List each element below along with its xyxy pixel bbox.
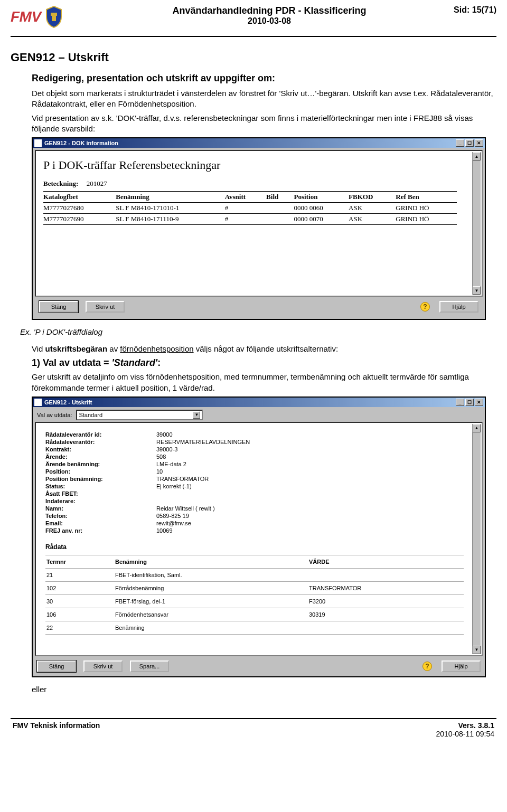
maximize-button[interactable]: ☐ — [465, 399, 474, 406]
info-key: Indaterare: — [45, 498, 156, 504]
table-row: 30FBET-förslag, del-1F3200 — [45, 594, 464, 608]
document-header: FMV Användarhandledning PDR - Klassifice… — [11, 0, 496, 37]
help-button[interactable]: Hjälp — [442, 660, 481, 672]
info-key: Rådataleverantör: — [45, 439, 156, 445]
minimize-button[interactable]: _ — [456, 399, 464, 406]
column-header: Bild — [266, 192, 294, 203]
scrollbar[interactable]: ▲ ▼ — [472, 424, 481, 654]
scroll-up-icon[interactable]: ▲ — [473, 424, 481, 432]
dialog-heading: P i DOK-träffar Referensbeteckningar — [43, 158, 474, 172]
fmv-logo-text: FMV — [11, 8, 41, 25]
column-header: Termnr — [45, 555, 114, 568]
close-button[interactable]: ✕ — [475, 399, 483, 406]
minimize-button[interactable]: _ — [456, 139, 464, 147]
titlebar[interactable]: GEN912 - DOK information _ ☐ ✕ — [33, 138, 485, 148]
window-icon — [34, 399, 42, 406]
results-table: KatalogfbetBenämningAvsnittBildPositionF… — [43, 191, 457, 225]
utdata-value: Standard — [79, 412, 102, 418]
paragraph-standard-desc: Ger utskrift av detaljinfo om viss förnö… — [32, 372, 496, 393]
info-value — [156, 498, 472, 504]
help-button[interactable]: Hjälp — [439, 301, 478, 313]
beteckning-row: Beteckning: 201027 — [43, 180, 474, 188]
info-key: Rådataleverantör id: — [45, 431, 156, 438]
section-heading: GEN912 – Utskrift — [11, 51, 496, 64]
window-icon — [34, 139, 42, 147]
rawdata-table: TermnrBenämningVÄRDE 21FBET-identifikati… — [45, 555, 464, 635]
maximize-button[interactable]: ☐ — [465, 139, 474, 147]
info-key: Namn: — [45, 505, 156, 512]
window-title: GEN912 - Utskrift — [44, 399, 92, 405]
doc-title-line1: Användarhandledning PDR - Klassificering — [116, 5, 422, 16]
utdata-select[interactable]: Standard ▼ — [76, 410, 203, 420]
utdata-select-row: Val av utdata: Standard ▼ — [33, 407, 485, 422]
info-value: 10069 — [156, 527, 472, 534]
subheading: Redigering, presentation och utskrift av… — [32, 73, 496, 84]
info-value: RESERVMATERIELAVDELNINGEN — [156, 439, 472, 445]
eller-text: eller — [32, 685, 496, 694]
titlebar[interactable]: GEN912 - Utskrift _ ☐ ✕ — [33, 398, 485, 407]
info-key: Position: — [45, 468, 156, 475]
info-key: FREJ anv. nr: — [45, 527, 156, 534]
column-header: Avsnitt — [225, 192, 266, 203]
footer-timestamp: 2010-08-11 09:54 — [436, 730, 494, 738]
scroll-down-icon[interactable]: ▼ — [473, 286, 481, 295]
info-key: Status: — [45, 483, 156, 489]
close-button[interactable]: Stäng — [37, 660, 76, 672]
paragraph-1: Det objekt som markerats i strukturträde… — [32, 88, 496, 110]
document-footer: FMV Teknisk information Vers. 3.8.1 2010… — [11, 718, 496, 738]
scroll-down-icon[interactable]: ▼ — [473, 646, 481, 654]
paragraph-utskriftsbegaran: Vid utskriftsbegäran av förnödenhetsposi… — [32, 344, 496, 354]
dialog-dok-information: GEN912 - DOK information _ ☐ ✕ P i DOK-t… — [32, 137, 486, 320]
column-header: VÄRDE — [308, 555, 464, 568]
column-header: Benämning — [116, 192, 224, 203]
save-button[interactable]: Spara... — [130, 660, 169, 672]
info-value: LME-data 2 — [156, 461, 472, 467]
page-number: Sid: 15(71) — [422, 5, 496, 15]
utdata-label: Val av utdata: — [37, 412, 72, 418]
table-row: 102FörrådsbenämningTRANSFORMATOR — [45, 581, 464, 594]
info-grid: Rådataleverantör id:39000Rådataleverantö… — [43, 428, 474, 539]
print-button[interactable]: Skriv ut — [83, 660, 123, 672]
column-header: Benämning — [114, 555, 308, 568]
content-pane: P i DOK-träffar Referensbeteckningar Bet… — [35, 150, 483, 297]
print-button[interactable]: Skriv ut — [86, 301, 125, 313]
info-key: Ärende: — [45, 454, 156, 460]
table-row: M7777027690SL F M8410-171110-9#0000 0070… — [43, 214, 457, 225]
info-key: Åsatt FBET: — [45, 490, 156, 497]
info-value: 39000 — [156, 431, 472, 438]
window-title: GEN912 - DOK information — [44, 140, 118, 146]
help-icon: ? — [422, 662, 432, 671]
dialog-utskrift: GEN912 - Utskrift _ ☐ ✕ Val av utdata: S… — [32, 396, 486, 677]
info-value: TRANSFORMATOR — [156, 476, 472, 482]
column-header: Position — [294, 192, 349, 203]
beteckning-label: Beteckning: — [43, 180, 78, 187]
info-value: rewit@fmv.se — [156, 520, 472, 526]
info-key: Position benämning: — [45, 476, 156, 482]
beteckning-value: 201027 — [87, 180, 107, 187]
close-button[interactable]: Stäng — [39, 301, 78, 313]
column-header: Katalogfbet — [43, 192, 116, 203]
info-value: Ej korrekt (-1) — [156, 483, 472, 489]
figure-caption: Ex. 'P i DOK'-träffdialog — [20, 327, 496, 336]
close-button[interactable]: ✕ — [475, 139, 483, 147]
doc-title: Användarhandledning PDR - Klassificering… — [116, 5, 422, 26]
paragraph-2: Vid presentation av s.k. 'DOK'-träffar, … — [32, 113, 496, 135]
rawdata-heading: Rådata — [43, 539, 474, 554]
help-icon: ? — [420, 302, 430, 311]
button-row: Stäng Skriv ut ? Hjälp — [35, 297, 483, 317]
button-row: Stäng Skriv ut Spara... ? Hjälp — [33, 656, 485, 676]
info-key: Kontrakt: — [45, 446, 156, 452]
opt-ital: 'Standard' — [112, 357, 158, 368]
column-header: FBKOD — [349, 192, 396, 203]
footer-left: FMV Teknisk information — [13, 721, 100, 738]
scrollbar[interactable]: ▲ ▼ — [472, 152, 481, 295]
table-row: 106Förnödenhetsansvar30319 — [45, 608, 464, 621]
scroll-up-icon[interactable]: ▲ — [473, 152, 481, 160]
info-value: 0589-825 19 — [156, 513, 472, 519]
chevron-down-icon: ▼ — [193, 411, 200, 419]
table-row: 22Benämning — [45, 621, 464, 634]
table-row: 21FBET-identifikation, Saml. — [45, 568, 464, 581]
logo-block: FMV — [11, 5, 116, 29]
table-row: M7777027680SL F M8410-171010-1#0000 0060… — [43, 203, 457, 214]
info-key: Email: — [45, 520, 156, 526]
